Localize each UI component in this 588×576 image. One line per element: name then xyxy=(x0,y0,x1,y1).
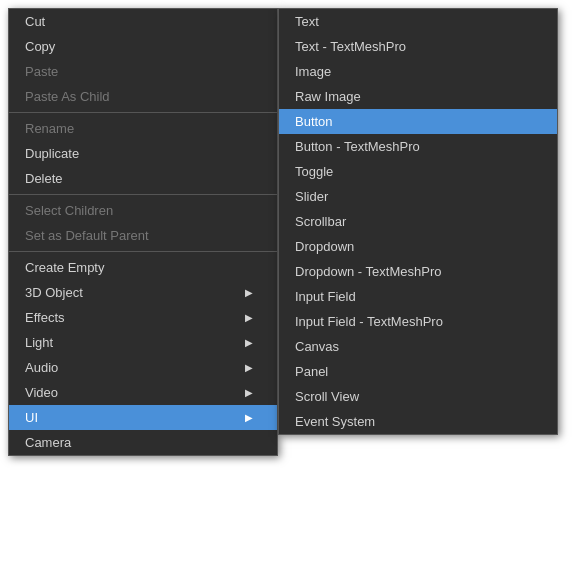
menu-item-label: Create Empty xyxy=(25,260,104,275)
submenu-item-raw-image[interactable]: Raw Image xyxy=(279,84,557,109)
menu-item-3d-object[interactable]: 3D Object▶ xyxy=(9,280,277,305)
submenu-item-panel[interactable]: Panel xyxy=(279,359,557,384)
menu-item-effects[interactable]: Effects▶ xyxy=(9,305,277,330)
submenu-item-scrollbar[interactable]: Scrollbar xyxy=(279,209,557,234)
menu-item-label: Effects xyxy=(25,310,65,325)
menu-item-label: Audio xyxy=(25,360,58,375)
menu-item-audio[interactable]: Audio▶ xyxy=(9,355,277,380)
menu-item-video[interactable]: Video▶ xyxy=(9,380,277,405)
menu-separator xyxy=(9,112,277,113)
menu-item-label: Cut xyxy=(25,14,45,29)
submenu-item-button[interactable]: Button xyxy=(279,109,557,134)
menu-item-label: Copy xyxy=(25,39,55,54)
submenu-item-scroll-view[interactable]: Scroll View xyxy=(279,384,557,409)
menu-item-select-children: Select Children xyxy=(9,198,277,223)
arrow-icon: ▶ xyxy=(245,337,253,348)
menu-item-light[interactable]: Light▶ xyxy=(9,330,277,355)
menu-item-cut[interactable]: Cut xyxy=(9,9,277,34)
arrow-icon: ▶ xyxy=(245,412,253,423)
arrow-icon: ▶ xyxy=(245,287,253,298)
menu-item-duplicate[interactable]: Duplicate xyxy=(9,141,277,166)
menu-item-camera[interactable]: Camera xyxy=(9,430,277,455)
menu-item-set-as-default-parent: Set as Default Parent xyxy=(9,223,277,248)
menu-item-label: 3D Object xyxy=(25,285,83,300)
submenu-item-canvas[interactable]: Canvas xyxy=(279,334,557,359)
submenu-item-input-field-textmeshpro[interactable]: Input Field - TextMeshPro xyxy=(279,309,557,334)
menu-item-delete[interactable]: Delete xyxy=(9,166,277,191)
menu-item-label: Rename xyxy=(25,121,74,136)
menu-item-label: Set as Default Parent xyxy=(25,228,149,243)
menu-item-paste: Paste xyxy=(9,59,277,84)
menu-item-label: Select Children xyxy=(25,203,113,218)
menu-item-label: Paste As Child xyxy=(25,89,110,104)
submenu-item-slider[interactable]: Slider xyxy=(279,184,557,209)
menu-separator xyxy=(9,194,277,195)
menu-item-label: UI xyxy=(25,410,38,425)
menu-item-label: Duplicate xyxy=(25,146,79,161)
arrow-icon: ▶ xyxy=(245,362,253,373)
menu-item-create-empty[interactable]: Create Empty xyxy=(9,255,277,280)
menu-item-label: Paste xyxy=(25,64,58,79)
arrow-icon: ▶ xyxy=(245,312,253,323)
context-menu[interactable]: CutCopyPastePaste As ChildRenameDuplicat… xyxy=(8,8,278,456)
submenu-item-text[interactable]: Text xyxy=(279,9,557,34)
menu-item-label: Video xyxy=(25,385,58,400)
arrow-icon: ▶ xyxy=(245,387,253,398)
menu-item-label: Camera xyxy=(25,435,71,450)
submenu-item-dropdown-textmeshpro[interactable]: Dropdown - TextMeshPro xyxy=(279,259,557,284)
menu-item-ui[interactable]: UI▶ xyxy=(9,405,277,430)
menu-item-label: Delete xyxy=(25,171,63,186)
submenu-item-toggle[interactable]: Toggle xyxy=(279,159,557,184)
submenu-item-event-system[interactable]: Event System xyxy=(279,409,557,434)
menu-item-copy[interactable]: Copy xyxy=(9,34,277,59)
submenu-item-image[interactable]: Image xyxy=(279,59,557,84)
menu-separator xyxy=(9,251,277,252)
submenu-item-input-field[interactable]: Input Field xyxy=(279,284,557,309)
submenu-item-dropdown[interactable]: Dropdown xyxy=(279,234,557,259)
menu-item-rename: Rename xyxy=(9,116,277,141)
submenu[interactable]: TextText - TextMeshProImageRaw ImageButt… xyxy=(278,8,558,435)
submenu-item-button-textmeshpro[interactable]: Button - TextMeshPro xyxy=(279,134,557,159)
submenu-item-text-textmeshpro[interactable]: Text - TextMeshPro xyxy=(279,34,557,59)
menu-item-paste-as-child: Paste As Child xyxy=(9,84,277,109)
menu-item-label: Light xyxy=(25,335,53,350)
